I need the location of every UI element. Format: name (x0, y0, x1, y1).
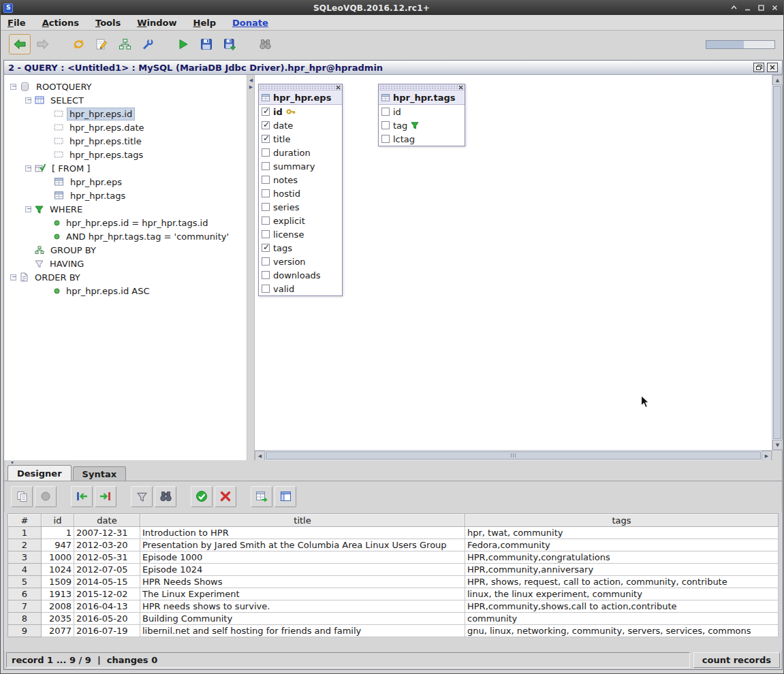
scroll-up-icon[interactable] (772, 75, 783, 85)
column-checkbox[interactable] (381, 135, 390, 143)
grid-cell[interactable]: 6 (8, 588, 42, 600)
col-header-tags[interactable]: tags (465, 514, 779, 527)
column-row-title[interactable]: title (259, 132, 342, 146)
grid-cell[interactable]: 4 (8, 564, 42, 576)
column-checkbox[interactable] (262, 285, 270, 293)
tree-item-join-condition[interactable]: hpr_hpr.eps.id = hpr_hpr.tags.id (4, 216, 247, 229)
card-close-icon[interactable] (334, 84, 341, 91)
grid-cell[interactable]: 2 (8, 539, 42, 551)
grid-cell[interactable]: Presentation by Jared Smith at the Colum… (140, 539, 465, 551)
col-header-rownum[interactable]: # (8, 514, 42, 527)
grid-cell[interactable]: 1913 (42, 588, 74, 600)
grid-cell[interactable]: 5 (8, 576, 42, 588)
column-checkbox[interactable] (262, 216, 270, 225)
col-header-date[interactable]: date (74, 514, 140, 527)
column-row-series[interactable]: series (259, 200, 342, 214)
tab-designer[interactable]: Designer (7, 465, 72, 481)
find-in-result-button[interactable] (155, 486, 176, 507)
collapse-handle-icon[interactable] (10, 274, 16, 280)
grid-cell[interactable]: Fedora,community (465, 539, 779, 551)
scrollbar-thumb[interactable] (266, 451, 761, 460)
menu-tools[interactable]: Tools (95, 18, 121, 28)
grid-cell[interactable]: 7 (8, 600, 42, 613)
grid-cell[interactable]: HPR needs shows to survive. (140, 600, 465, 613)
grid-cell[interactable]: Episode 1000 (140, 551, 465, 564)
grid-cell[interactable]: The Linux Experiment (140, 588, 465, 600)
maximize-button[interactable] (755, 3, 767, 13)
grid-cell[interactable]: 1000 (42, 551, 74, 564)
frame-close-button[interactable] (767, 63, 778, 72)
grid-cell[interactable]: 2012-03-20 (74, 539, 140, 551)
column-checkbox[interactable] (262, 176, 270, 184)
os-titlebar[interactable]: SQLeoVQB.2016.12.rc1+ (1, 1, 783, 15)
grid-cell[interactable]: 3 (8, 551, 42, 564)
column-row-duration[interactable]: duration (259, 146, 342, 159)
export-grid-button[interactable] (251, 486, 272, 507)
grid-cell[interactable]: Building Community (140, 613, 465, 625)
grid-cell[interactable]: libernil.net and self hosting for friend… (140, 625, 465, 637)
grid-cell[interactable]: 9 (8, 625, 42, 637)
scroll-left-icon[interactable] (255, 451, 265, 461)
splitter-collapse-left-icon[interactable] (248, 78, 254, 84)
collapse-handle-icon[interactable] (25, 97, 31, 103)
column-row-explicit[interactable]: explicit (259, 214, 342, 227)
grid-cell[interactable]: HPR,community,anniversary (465, 564, 779, 576)
menu-actions[interactable]: Actions (42, 18, 79, 28)
grid-cell[interactable]: 2035 (42, 613, 74, 625)
column-checkbox[interactable] (262, 244, 270, 252)
column-checkbox[interactable] (262, 230, 270, 238)
grid-cell[interactable]: Introduction to HPR (140, 527, 465, 539)
card-title-tags[interactable]: hpr_hpr.tags (379, 91, 465, 105)
grid-cell[interactable]: linux, the linux experiment, community (465, 588, 779, 600)
splitter-collapse-right-icon[interactable] (248, 84, 254, 91)
grid-cell[interactable]: 2012-07-05 (74, 564, 140, 576)
grid-cell[interactable]: HPR,community,shows,call to action,contr… (465, 600, 779, 613)
minimize-button[interactable] (742, 3, 753, 13)
back-button[interactable] (9, 34, 31, 54)
grid-cell[interactable]: 2016-07-19 (74, 625, 140, 637)
collapse-handle-icon[interactable] (25, 206, 31, 212)
tree-item-table-tags[interactable]: hpr_hpr.tags (4, 189, 247, 202)
tree-item-eps-title[interactable]: hpr_hpr.eps.title (4, 134, 247, 148)
tree-item-select[interactable]: SELECT (4, 93, 247, 107)
grid-cell[interactable]: 947 (42, 539, 74, 551)
column-row-downloads[interactable]: downloads (259, 268, 342, 282)
column-row-tags[interactable]: tags (259, 241, 342, 255)
column-checkbox[interactable] (262, 135, 270, 143)
apply-changes-button[interactable] (191, 486, 213, 507)
grid-cell[interactable]: community (465, 613, 779, 625)
column-row-notes[interactable]: notes (259, 173, 342, 187)
preferences-button[interactable] (137, 34, 159, 54)
column-row-version[interactable]: version (259, 255, 342, 268)
grid-cell[interactable]: 1 (42, 527, 74, 539)
grid-cell[interactable]: 8 (8, 613, 42, 625)
column-row-tag[interactable]: tag (379, 118, 465, 132)
grid-cell[interactable]: 1509 (42, 576, 74, 588)
grid-cell[interactable]: 2008 (42, 600, 74, 613)
cancel-changes-button[interactable] (215, 486, 236, 507)
column-row-id[interactable]: id (259, 105, 342, 118)
column-row-summary[interactable]: summary (259, 159, 342, 173)
card-drag-handle[interactable] (259, 84, 342, 91)
column-row-lctag[interactable]: lctag (379, 132, 465, 146)
column-row-id[interactable]: id (379, 105, 465, 118)
run-query-button[interactable] (172, 34, 194, 54)
copy-rows-button[interactable] (11, 486, 33, 507)
tree-item-where[interactable]: WHERE (4, 202, 247, 216)
forward-button[interactable] (32, 34, 54, 54)
tree-item-table-eps[interactable]: hpr_hpr.eps (4, 175, 247, 189)
query-frame-titlebar[interactable]: 2 - QUERY : <Untitled1> : MySQL (MariaDB… (4, 61, 782, 75)
grid-cell[interactable]: 2012-05-31 (74, 551, 140, 564)
diagram-horizontal-scrollbar[interactable] (255, 451, 772, 460)
menu-window[interactable]: Window (137, 18, 176, 28)
card-title-eps[interactable]: hpr_hpr.eps (259, 91, 342, 105)
column-checkbox[interactable] (262, 108, 270, 116)
column-row-valid[interactable]: valid (259, 282, 342, 295)
card-drag-handle[interactable] (379, 84, 465, 91)
count-records-button[interactable]: count records (693, 652, 780, 668)
stop-button[interactable] (35, 486, 57, 507)
schema-button[interactable] (114, 34, 136, 54)
grid-cell[interactable]: hpr, twat, community (465, 527, 779, 539)
tree-item-group-by[interactable]: GROUP BY (4, 243, 247, 257)
column-checkbox[interactable] (381, 108, 390, 116)
